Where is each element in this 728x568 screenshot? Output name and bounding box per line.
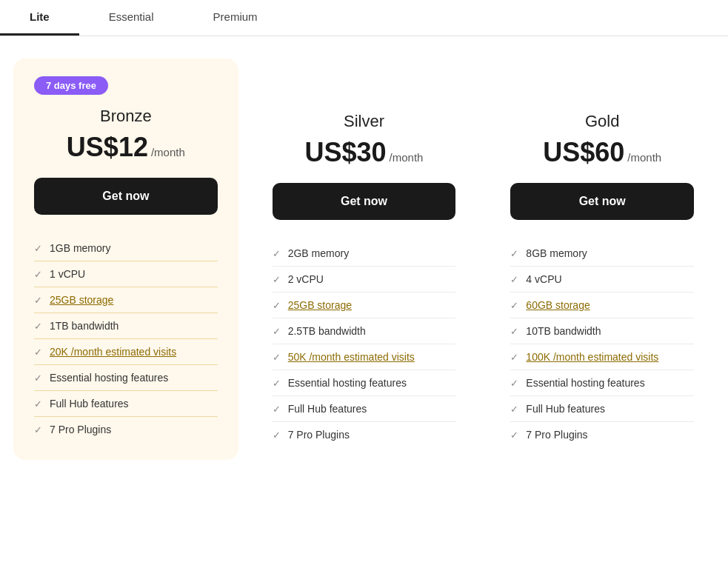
check-icon: ✓ — [510, 352, 518, 363]
plan-name-bronze: Bronze — [34, 107, 218, 126]
visits-link-silver[interactable]: 50K /month estimated visits — [288, 351, 415, 363]
tab-premium[interactable]: Premium — [184, 0, 287, 36]
storage-link-bronze[interactable]: 25GB storage — [50, 294, 113, 306]
check-icon: ✓ — [34, 347, 42, 358]
check-icon: ✓ — [273, 430, 281, 441]
page-wrapper: Lite Essential Premium 7 days free Bronz… — [0, 0, 728, 568]
visits-link-bronze[interactable]: 20K /month estimated visits — [50, 346, 176, 358]
list-item: ✓25GB storage — [273, 292, 456, 318]
list-item: ✓Full Hub features — [273, 395, 456, 421]
list-item: ✓60GB storage — [510, 292, 694, 318]
list-item: ✓7 Pro Plugins — [273, 421, 456, 447]
plan-card-bronze: 7 days free Bronze US$12 /month Get now … — [13, 59, 238, 460]
plans-container: 7 days free Bronze US$12 /month Get now … — [0, 36, 728, 480]
tab-essential[interactable]: Essential — [79, 0, 184, 36]
list-item: ✓7 Pro Plugins — [510, 421, 694, 447]
list-item: ✓50K /month estimated visits — [273, 344, 456, 370]
badge-placeholder-gold — [510, 76, 694, 100]
check-icon: ✓ — [510, 430, 518, 441]
check-icon: ✓ — [34, 372, 42, 384]
plan-card-gold: Gold US$60 /month Get now ✓8GB memory ✓4… — [490, 59, 715, 465]
get-now-button-silver[interactable]: Get now — [273, 183, 456, 220]
visits-link-gold[interactable]: 100K /month estimated visits — [526, 351, 658, 363]
list-item: ✓1 vCPU — [34, 261, 218, 287]
badge-placeholder-silver — [273, 76, 456, 100]
check-icon: ✓ — [273, 248, 281, 259]
check-icon: ✓ — [273, 326, 281, 337]
features-list-gold: ✓8GB memory ✓4 vCPU ✓60GB storage ✓10TB … — [510, 241, 694, 447]
check-icon: ✓ — [273, 404, 281, 415]
tab-bar: Lite Essential Premium — [0, 0, 728, 36]
features-list-bronze: ✓1GB memory ✓1 vCPU ✓25GB storage ✓1TB b… — [34, 235, 218, 442]
price-amount-gold: US$60 — [543, 137, 624, 168]
plan-name-silver: Silver — [273, 112, 456, 131]
price-amount-bronze: US$12 — [67, 132, 148, 163]
list-item: ✓Full Hub features — [34, 390, 218, 416]
check-icon: ✓ — [34, 295, 42, 306]
plan-price-bronze: US$12 /month — [34, 132, 218, 163]
check-icon: ✓ — [34, 424, 42, 435]
list-item: ✓8GB memory — [510, 241, 694, 266]
check-icon: ✓ — [34, 243, 42, 254]
plan-name-gold: Gold — [510, 112, 694, 131]
list-item: ✓2GB memory — [273, 241, 456, 266]
check-icon: ✓ — [510, 326, 518, 337]
list-item: ✓Full Hub features — [510, 395, 694, 421]
list-item: ✓Essential hosting features — [34, 364, 218, 390]
price-period-silver: /month — [390, 151, 424, 164]
check-icon: ✓ — [510, 274, 518, 285]
list-item: ✓25GB storage — [34, 287, 218, 313]
list-item: ✓10TB bandwidth — [510, 318, 694, 344]
check-icon: ✓ — [510, 378, 518, 389]
plan-price-gold: US$60 /month — [510, 137, 694, 168]
storage-link-silver[interactable]: 25GB storage — [288, 299, 352, 311]
list-item: ✓1GB memory — [34, 235, 218, 261]
plan-card-silver: Silver US$30 /month Get now ✓2GB memory … — [252, 59, 477, 465]
list-item: ✓7 Pro Plugins — [34, 416, 218, 442]
check-icon: ✓ — [510, 300, 518, 311]
features-list-silver: ✓2GB memory ✓2 vCPU ✓25GB storage ✓2.5TB… — [273, 241, 456, 447]
get-now-button-bronze[interactable]: Get now — [34, 178, 218, 215]
list-item: ✓2.5TB bandwidth — [273, 318, 456, 344]
get-now-button-gold[interactable]: Get now — [510, 183, 694, 220]
plan-price-silver: US$30 /month — [273, 137, 456, 168]
price-period-bronze: /month — [151, 146, 185, 158]
check-icon: ✓ — [34, 321, 42, 332]
check-icon: ✓ — [510, 248, 518, 259]
price-amount-silver: US$30 — [305, 137, 387, 168]
free-badge: 7 days free — [34, 76, 108, 95]
list-item: ✓100K /month estimated visits — [510, 344, 694, 370]
check-icon: ✓ — [34, 398, 42, 410]
check-icon: ✓ — [273, 352, 281, 363]
list-item: ✓Essential hosting features — [273, 370, 456, 395]
check-icon: ✓ — [273, 300, 281, 311]
check-icon: ✓ — [34, 269, 42, 280]
check-icon: ✓ — [273, 378, 281, 389]
storage-link-gold[interactable]: 60GB storage — [526, 299, 590, 311]
check-icon: ✓ — [510, 404, 518, 415]
tab-lite[interactable]: Lite — [0, 0, 79, 36]
check-icon: ✓ — [273, 274, 281, 285]
list-item: ✓4 vCPU — [510, 266, 694, 292]
list-item: ✓1TB bandwidth — [34, 313, 218, 338]
list-item: ✓20K /month estimated visits — [34, 338, 218, 364]
list-item: ✓Essential hosting features — [510, 370, 694, 395]
price-period-gold: /month — [627, 151, 661, 164]
list-item: ✓2 vCPU — [273, 266, 456, 292]
